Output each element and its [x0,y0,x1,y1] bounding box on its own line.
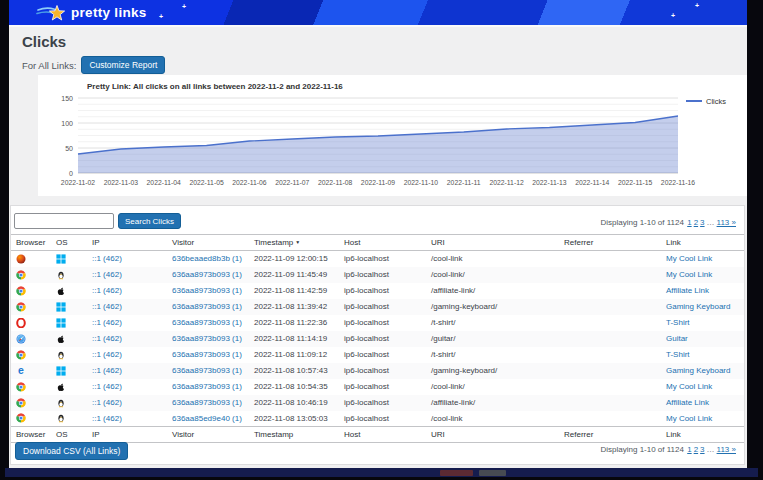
visitor-link[interactable]: 636aa8973b093 (1) [172,350,242,359]
pretty-link[interactable]: T-Shirt [666,350,690,359]
cell-host: ip6-localhost [339,299,426,315]
svg-text:100: 100 [61,120,73,127]
cell-browser [11,331,51,347]
pagination-summary: Displaying 1-10 of 1124 [601,445,684,454]
linux-icon [56,350,66,360]
visitor-link[interactable]: 636aa8973b093 (1) [172,382,242,391]
page-link-3[interactable]: 3 [700,218,704,227]
sparkle-icon: + [671,12,675,19]
pagination-bottom: Displaying 1-10 of 1124 123…113 » [601,445,738,454]
pretty-link[interactable]: T-Shirt [666,318,690,327]
visitor-link[interactable]: 636aa8973b093 (1) [172,318,242,327]
taskbar-accent [479,470,506,476]
pretty-link[interactable]: My Cool Link [666,254,712,263]
page-link-1[interactable]: 1 [687,445,691,454]
cell-os [51,267,87,283]
cell-referrer [559,331,661,347]
ip-link[interactable]: ::1 (462) [92,254,122,263]
firefox-icon [16,254,26,264]
visitor-link[interactable]: 636aa8973b093 (1) [172,302,242,311]
chrome-icon [16,302,26,312]
column-header-timestamp[interactable]: Timestamp▼ [249,235,339,251]
cell-ip: ::1 (462) [87,379,167,395]
cell-link: Gaming Keyboard [661,363,744,379]
ip-link[interactable]: ::1 (462) [92,286,122,295]
cell-referrer [559,267,661,283]
cell-link: Affiliate Link [661,395,744,411]
pretty-link[interactable]: My Cool Link [666,270,712,279]
svg-text:2022-11-03: 2022-11-03 [104,179,138,186]
cell-host: ip6-localhost [339,315,426,331]
cell-visitor: 636aa8973b093 (1) [167,315,249,331]
pretty-link[interactable]: Affiliate Link [666,286,709,295]
pretty-link[interactable]: Gaming Keyboard [666,366,730,375]
last-page-link[interactable]: 113 » [717,218,736,227]
cell-visitor: 636aa85ed9e40 (1) [167,411,249,427]
svg-text:2022-11-10: 2022-11-10 [404,179,438,186]
clicks-table: BrowserOSIPVisitorTimestamp▼HostURIRefer… [11,234,744,443]
svg-text:2022-11-06: 2022-11-06 [232,179,266,186]
visitor-link[interactable]: 636aa8973b093 (1) [172,286,242,295]
cell-uri: /affiliate-link/ [426,283,559,299]
pretty-link[interactable]: My Cool Link [666,382,712,391]
ip-link[interactable]: ::1 (462) [92,334,122,343]
visitor-link[interactable]: 636aa8973b093 (1) [172,270,242,279]
cell-os [51,379,87,395]
edge-icon: e [16,366,26,376]
table-body: ::1 (462)636beaaed8b3b (1)2022-11-09 12:… [11,251,744,427]
download-csv-button[interactable]: Download CSV (All Links) [15,442,128,460]
chrome-icon [16,398,26,408]
ip-link[interactable]: ::1 (462) [92,350,122,359]
svg-text:2022-11-07: 2022-11-07 [275,179,309,186]
svg-text:2022-11-09: 2022-11-09 [361,179,395,186]
cell-browser: e [11,363,51,379]
pretty-link[interactable]: Guitar [666,334,688,343]
search-clicks-button[interactable]: Search Clicks [118,213,181,229]
pretty-link[interactable]: Gaming Keyboard [666,302,730,311]
apple-icon [56,334,66,344]
cell-uri: /cool-link/ [426,267,559,283]
visitor-link[interactable]: 636aa85ed9e40 (1) [172,414,242,423]
ip-link[interactable]: ::1 (462) [92,270,122,279]
column-header-link: Link [661,427,744,443]
table-row: ::1 (462)636aa85ed9e40 (1)2022-11-08 13:… [11,411,744,427]
chrome-icon [16,413,26,423]
column-header-host: Host [339,427,426,443]
last-page-link[interactable]: 113 » [717,445,736,454]
cell-browser [11,411,51,427]
cell-timestamp: 2022-11-08 10:57:43 [249,363,339,379]
page-link-2[interactable]: 2 [694,445,698,454]
column-header-visitor: Visitor [167,235,249,251]
column-header-ip: IP [87,235,167,251]
customize-report-button[interactable]: Customize Report [81,56,165,74]
ip-link[interactable]: ::1 (462) [92,302,122,311]
table-row: ::1 (462)636aa8973b093 (1)2022-11-08 11:… [11,283,744,299]
svg-text:2022-11-15: 2022-11-15 [618,179,652,186]
visitor-link[interactable]: 636aa8973b093 (1) [172,334,242,343]
cell-browser [11,299,51,315]
visitor-link[interactable]: 636aa8973b093 (1) [172,366,242,375]
ip-link[interactable]: ::1 (462) [92,318,122,327]
bottom-taskbar [5,468,758,477]
visitor-link[interactable]: 636aa8973b093 (1) [172,398,242,407]
ip-link[interactable]: ::1 (462) [92,414,122,423]
visitor-link[interactable]: 636beaaed8b3b (1) [172,254,242,263]
table-row: ::1 (462)636aa8973b093 (1)2022-11-08 11:… [11,347,744,363]
page-link-3[interactable]: 3 [700,445,704,454]
table-header-row: BrowserOSIPVisitorTimestamp▼HostURIRefer… [11,235,744,251]
cell-browser [11,251,51,267]
page-link-2[interactable]: 2 [694,218,698,227]
cell-visitor: 636beaaed8b3b (1) [167,251,249,267]
page-link-1[interactable]: 1 [687,218,691,227]
cell-referrer [559,315,661,331]
table-row: ::1 (462)636aa8973b093 (1)2022-11-08 11:… [11,299,744,315]
ip-link[interactable]: ::1 (462) [92,366,122,375]
sort-desc-icon: ▼ [295,239,300,245]
ip-link[interactable]: ::1 (462) [92,382,122,391]
ip-link[interactable]: ::1 (462) [92,398,122,407]
table-row: e::1 (462)636aa8973b093 (1)2022-11-08 10… [11,363,744,379]
search-input[interactable] [14,213,114,229]
pretty-link[interactable]: Affiliate Link [666,398,709,407]
pretty-links-star-icon [36,4,66,22]
pretty-link[interactable]: My Cool Link [666,414,712,423]
